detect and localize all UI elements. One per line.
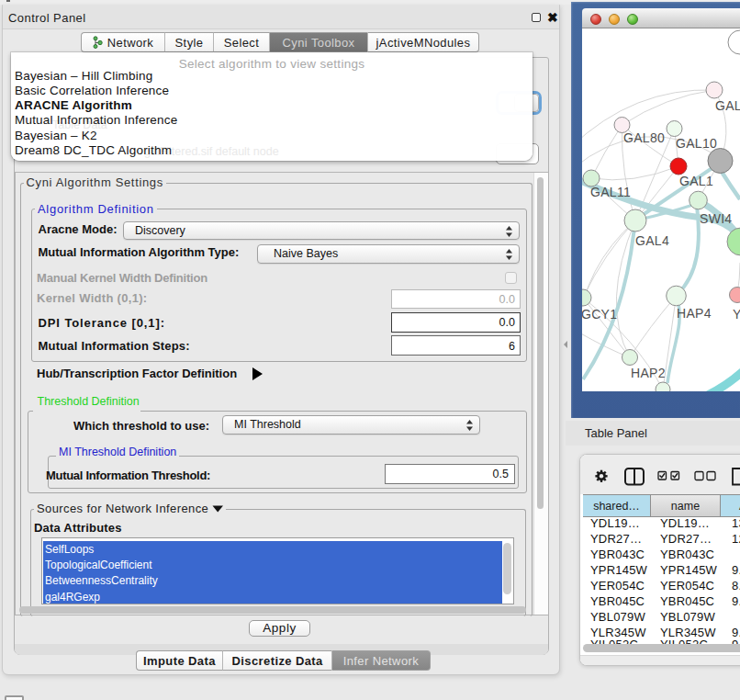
svg-text:GAL4: GAL4 xyxy=(635,233,669,248)
svg-text:HAP2: HAP2 xyxy=(631,366,666,380)
svg-text:GAL10: GAL10 xyxy=(676,136,717,151)
svg-text:HAP4: HAP4 xyxy=(677,306,712,321)
svg-text:GAL: GAL xyxy=(715,98,740,113)
svg-text:GAL80: GAL80 xyxy=(623,130,665,145)
svg-text:SWI4: SWI4 xyxy=(700,211,732,226)
svg-text:GCY1: GCY1 xyxy=(582,307,617,322)
svg-text:Y: Y xyxy=(733,307,740,322)
svg-text:GAL11: GAL11 xyxy=(590,185,631,199)
svg-text:GAL1: GAL1 xyxy=(679,174,713,188)
